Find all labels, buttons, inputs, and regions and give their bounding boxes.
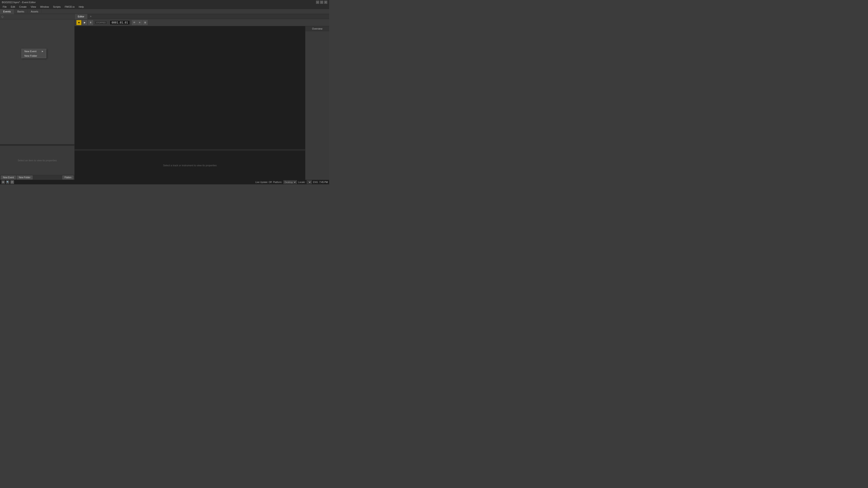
menu-edit[interactable]: Edit — [9, 5, 17, 8]
restore-button[interactable]: □ — [320, 1, 323, 4]
menu-fmodio[interactable]: FMOD.io — [63, 5, 76, 8]
system-clock: 7:45 PM — [319, 181, 328, 184]
app-title: BGD2022.fspro* - Event Editor — [2, 1, 36, 4]
overview-canvas — [305, 31, 329, 180]
editor-center: Select a track or instrument to view its… — [74, 26, 305, 180]
search-bar — [0, 14, 74, 20]
close-button[interactable]: × — [324, 1, 327, 4]
title-bar: BGD2022.fspro* - Event Editor ─ □ × — [0, 0, 329, 4]
start-icon[interactable]: ⊞ — [1, 180, 5, 184]
pause-button[interactable]: ⏸ — [88, 20, 93, 25]
ctx-new-folder[interactable]: New Folder — [22, 54, 46, 58]
ctx-new-event-label: New Event — [24, 50, 36, 53]
taskbar-left: ⊞ 🔍 F — [1, 180, 14, 184]
menu-help[interactable]: Help — [77, 5, 86, 8]
bottom-left-toolbar: New Event New Folder Flatten — [0, 175, 74, 180]
properties-placeholder: Select an item to view its properties — [18, 159, 57, 162]
tab-editor[interactable]: Editor — [74, 14, 88, 19]
tab-assets[interactable]: Assets — [28, 9, 41, 14]
taskbar-right: Live Update: Off Platform: Desktop Local… — [255, 180, 328, 184]
overview-panel: Overview — [305, 26, 329, 180]
new-folder-button[interactable]: New Folder — [17, 175, 32, 180]
tab-events[interactable]: Events — [0, 9, 14, 14]
locale-select[interactable] — [307, 180, 312, 184]
stop-button[interactable]: ■ — [76, 20, 81, 25]
menu-window[interactable]: Window — [38, 5, 51, 8]
menu-view[interactable]: View — [29, 5, 38, 8]
locale-label: Locale: — [298, 181, 305, 184]
tab-banks[interactable]: Banks — [14, 9, 28, 14]
status-badge: STOPPED — [95, 21, 107, 24]
properties-panel: Select an item to view its properties — [0, 145, 74, 175]
overview-header: Overview — [305, 26, 329, 31]
bottom-editor-panel: Select a track or instrument to view its… — [74, 151, 305, 180]
main-layout: New Event ▶ New Folder Select an item to… — [0, 14, 329, 180]
ctx-new-event-arrow: ▶ — [42, 50, 43, 53]
view-grid-button[interactable]: ⊞ — [143, 20, 148, 25]
view-list-button[interactable]: ≡ — [137, 20, 142, 25]
timecode-display: 0001.01.01 — [110, 20, 130, 25]
minimize-button[interactable]: ─ — [316, 1, 319, 4]
overview-label: Overview — [312, 27, 322, 30]
taskbar-app-icon[interactable]: F — [10, 180, 14, 184]
lang-indicator: ENG — [313, 181, 318, 184]
events-tree: New Event ▶ New Folder — [0, 20, 74, 144]
context-menu: New Event ▶ New Folder — [22, 49, 46, 58]
editor-tab-bar: Editor + — [74, 14, 329, 19]
transport-bar: ■ ▶ ⏸ STOPPED 0001.01.01 ⟳ ≡ ⊞ — [74, 19, 329, 26]
editor-canvas — [74, 26, 305, 149]
loop-button[interactable]: ⟳ — [132, 20, 137, 25]
search-input[interactable] — [1, 15, 73, 18]
live-update-status: Live Update: Off — [255, 181, 272, 184]
menu-create[interactable]: Create — [18, 5, 29, 8]
ctx-new-folder-label: New Folder — [24, 55, 37, 57]
editor-tab-label: Editor — [78, 15, 84, 18]
search-taskbar-icon[interactable]: 🔍 — [6, 180, 9, 184]
taskbar: ⊞ 🔍 F Live Update: Off Platform: Desktop… — [0, 180, 329, 184]
editor-main: Select a track or instrument to view its… — [74, 26, 329, 180]
play-button[interactable]: ▶ — [82, 20, 87, 25]
menu-scripts[interactable]: Scripts — [51, 5, 63, 8]
left-panel: New Event ▶ New Folder Select an item to… — [0, 14, 74, 180]
main-tab-bar: Events Banks Assets — [0, 9, 329, 14]
platform-select[interactable]: Desktop — [283, 180, 297, 184]
right-section: Editor + ■ ▶ ⏸ STOPPED 0001.01.01 ⟳ ≡ ⊞ — [74, 14, 329, 180]
menu-bar: File Edit Create View Window Scripts FMO… — [0, 4, 329, 9]
window-controls: ─ □ × — [316, 1, 327, 4]
new-event-button[interactable]: New Event — [1, 175, 16, 180]
track-properties-placeholder: Select a track or instrument to view its… — [163, 164, 217, 167]
platform-label: Platform: — [273, 181, 282, 184]
flatten-button[interactable]: Flatten — [62, 175, 73, 180]
ctx-new-event[interactable]: New Event ▶ — [22, 49, 46, 54]
menu-file[interactable]: File — [1, 5, 8, 8]
add-tab-button[interactable]: + — [88, 14, 94, 19]
